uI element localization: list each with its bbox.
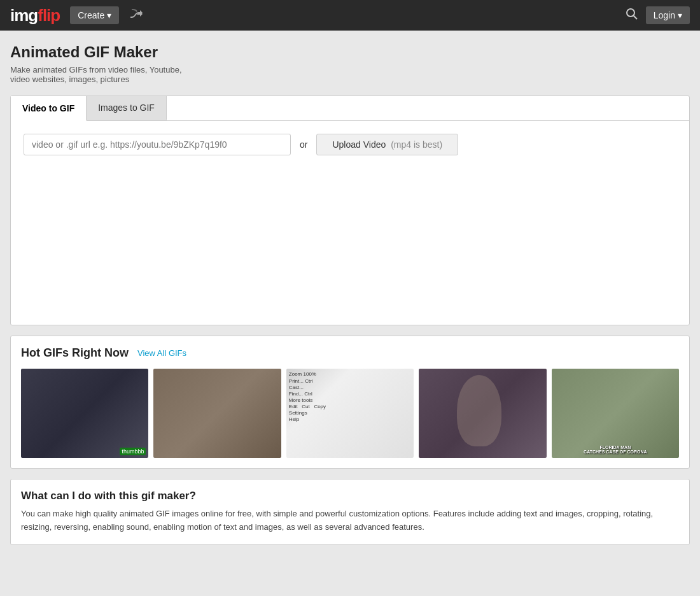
info-section: What can I do with this gif maker? You c… xyxy=(10,479,690,545)
gif-thumb-4[interactable] xyxy=(419,369,546,458)
gif-thumb-2[interactable] xyxy=(153,369,281,458)
header: imgflip Create ▾ Login ▾ xyxy=(0,0,700,31)
upload-video-button[interactable]: Upload Video (mp4 is best) xyxy=(316,134,458,155)
create-button[interactable]: Create ▾ xyxy=(70,6,119,24)
gifs-grid: thumbbb Zoom 100% Print... Ctrl Cast... … xyxy=(21,369,679,458)
view-all-gifs-link[interactable]: View All GIFs xyxy=(137,348,186,358)
tabs-header: Video to GIF Images to GIF xyxy=(11,96,689,121)
logo-flip-text: flip xyxy=(38,6,60,25)
upload-note: (mp4 is best) xyxy=(391,139,442,150)
login-chevron-icon: ▾ xyxy=(678,10,682,20)
hot-gifs-section: Hot GIFs Right Now View All GIFs thumbbb… xyxy=(10,336,690,469)
tabs-container: Video to GIF Images to GIF or Upload Vid… xyxy=(10,96,690,325)
hot-gifs-title: Hot GIFs Right Now xyxy=(21,346,129,360)
url-row: or Upload Video (mp4 is best) xyxy=(24,134,676,155)
gif-thumb-5[interactable]: FLORIDA MANCATCHES CASE OF CORONA xyxy=(552,369,679,458)
shuffle-icon[interactable] xyxy=(129,8,144,24)
tab-content: or Upload Video (mp4 is best) xyxy=(11,121,689,325)
page-title: Animated GIF Maker xyxy=(10,43,690,61)
logo-img-text: img xyxy=(10,6,38,25)
info-title: What can I do with this gif maker? xyxy=(21,490,679,502)
svg-point-0 xyxy=(627,9,634,17)
page-subtitle: Make animated GIFs from video files, You… xyxy=(10,65,690,84)
info-text: You can make high quality animated GIF i… xyxy=(21,507,679,534)
gif-thumb-1[interactable]: thumbbb xyxy=(21,369,148,458)
svg-line-1 xyxy=(633,15,637,19)
search-icon[interactable] xyxy=(626,8,638,24)
logo[interactable]: imgflip xyxy=(10,6,60,25)
login-button[interactable]: Login ▾ xyxy=(646,6,690,24)
or-text: or xyxy=(300,139,307,150)
login-label: Login xyxy=(654,10,675,20)
main-content: Animated GIF Maker Make animated GIFs fr… xyxy=(0,31,700,558)
gif-thumb-3[interactable]: Zoom 100% Print... Ctrl Cast... Find... … xyxy=(286,369,414,458)
tab-images-to-gif[interactable]: Images to GIF xyxy=(87,96,167,120)
hot-gifs-header: Hot GIFs Right Now View All GIFs xyxy=(21,346,679,360)
header-right: Login ▾ xyxy=(626,6,690,24)
create-label: Create xyxy=(78,10,104,20)
url-input[interactable] xyxy=(24,134,291,155)
create-chevron-icon: ▾ xyxy=(107,10,111,20)
tab-video-to-gif[interactable]: Video to GIF xyxy=(11,96,87,121)
upload-label: Upload Video xyxy=(332,139,386,150)
